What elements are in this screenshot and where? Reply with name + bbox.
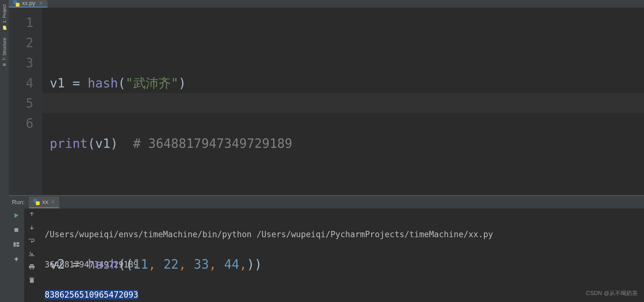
scroll-up-icon[interactable]: [29, 212, 34, 218]
python-icon: [13, 0, 20, 7]
svg-marker-5: [14, 256, 19, 261]
svg-rect-11: [31, 277, 33, 278]
trash-icon[interactable]: [29, 277, 34, 284]
editor-area: xx.py ✕ 1 2 3 4 5 6 v1 = hash("武沛齐") pri…: [9, 0, 644, 195]
selected-text: 8386256510965472093: [45, 290, 138, 299]
console-line: /Users/wupeiqi/envs/timeMachine/bin/pyth…: [45, 227, 638, 242]
pin-button[interactable]: [13, 255, 20, 263]
line-number: 5: [9, 93, 33, 113]
line-number: 1: [9, 13, 33, 33]
scroll-down-icon[interactable]: [29, 225, 34, 231]
tool-project-label: 1: Project: [2, 4, 7, 23]
editor-tab-label: xx.py: [22, 0, 35, 7]
line-number: 4: [9, 73, 33, 93]
line-number: 2: [9, 33, 33, 53]
line-number: 3: [9, 53, 33, 73]
svg-rect-4: [16, 245, 19, 247]
editor-tabbar: xx.py ✕: [9, 0, 644, 8]
soft-wrap-icon[interactable]: [29, 238, 35, 244]
code-body: 1 2 3 4 5 6 v1 = hash("武沛齐") print(v1) #…: [9, 8, 644, 302]
run-label: Run:: [12, 199, 29, 206]
run-controls: [9, 209, 24, 302]
python-icon: [33, 199, 40, 205]
scroll-to-end-icon[interactable]: [29, 251, 35, 257]
layout-button[interactable]: [13, 241, 20, 248]
tool-structure[interactable]: ≣ 7: Structure: [1, 35, 8, 69]
left-tool-strip: 📁 1: Project ≣ 7: Structure: [0, 0, 9, 302]
svg-rect-8: [30, 267, 33, 269]
tool-project[interactable]: 📁 1: Project: [1, 2, 8, 33]
svg-rect-6: [30, 264, 34, 266]
print-icon[interactable]: [29, 264, 35, 271]
run-nav: [24, 209, 39, 302]
run-button[interactable]: [13, 212, 20, 219]
console-line: 8386256510965472093: [45, 287, 638, 302]
watermark: CSDN @从不喝奶茶: [586, 289, 638, 297]
editor-tab-xx[interactable]: xx.py ✕: [9, 0, 48, 8]
svg-rect-3: [16, 242, 19, 244]
tool-structure-label: 7: Structure: [2, 38, 7, 60]
svg-marker-0: [14, 213, 19, 218]
current-line-highlight: [42, 93, 644, 113]
close-icon[interactable]: ✕: [38, 0, 43, 6]
line-number: 6: [9, 113, 33, 133]
code-editor[interactable]: v1 = hash("武沛齐") print(v1) # 36488179473…: [42, 8, 644, 302]
svg-rect-9: [30, 279, 34, 283]
svg-rect-2: [14, 242, 16, 247]
stop-button[interactable]: [13, 226, 20, 234]
svg-rect-1: [14, 228, 18, 232]
run-tab-label: xx: [42, 199, 48, 205]
